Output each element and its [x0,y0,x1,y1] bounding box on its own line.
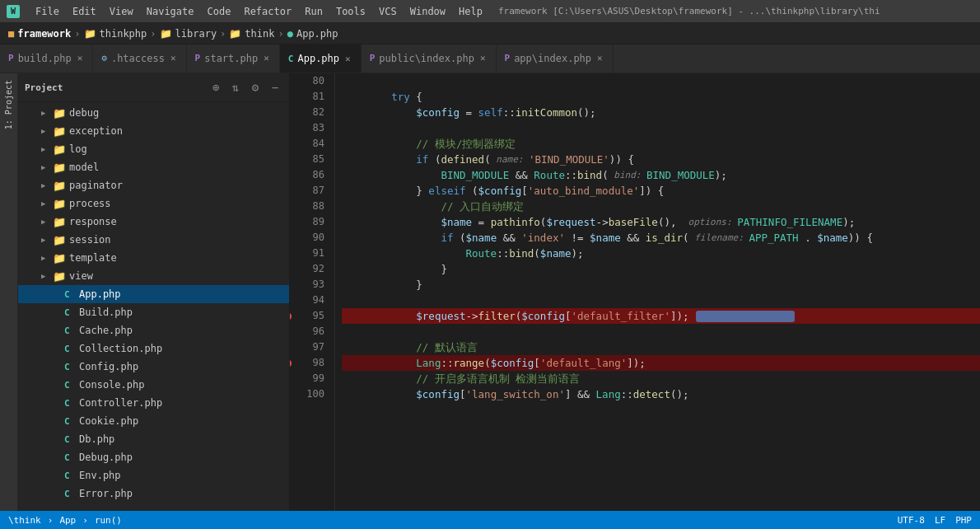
tab-app[interactable]: C App.php ✕ [280,44,362,73]
tree-item-cachephp[interactable]: C Cache.php [18,321,289,339]
code-line-94 [342,293,980,308]
tree-item-envphp[interactable]: C Env.php [18,466,289,485]
sidebar-collapse-icon[interactable]: ⇅ [228,80,243,95]
crumb-thinkphp[interactable]: 📁 thinkphp [84,28,147,40]
tree-item-dbphp[interactable]: C Db.php [18,430,289,448]
tab-close-start[interactable]: ✕ [262,52,271,64]
code-line-89: $name = pathinfo($request->baseFile(), o… [342,214,980,230]
tree-item-debugphp[interactable]: C Debug.php [18,448,289,466]
linenum-80: 80 [290,73,324,89]
code-line-87: } elseif ($config['auto_bind_module']) { [342,183,980,199]
linenum-91: 91 [290,246,324,261]
tree-item-cookiephp[interactable]: C Cookie.php [18,412,289,430]
tab-build[interactable]: P build.php ✕ [0,44,93,73]
tree-item-process[interactable]: ▶ 📁 process [18,194,289,213]
left-panel-strip: 1: Project [0,73,18,511]
code-line-96 [342,324,980,339]
code-line-91: Route::bind($name); [342,246,980,261]
code-line-99: // 开启多语言机制 检测当前语言 [342,371,980,386]
linenum-88: 88 [290,199,324,214]
linenum-89: 89 [290,214,324,230]
code-editor[interactable]: 80 81 82 83 84 85 ⬇ 86 87 ◀ 88 89 90 ◀ 9… [290,73,980,511]
tree-item-paginator[interactable]: ▶ 📁 paginator [18,176,289,194]
statusbar-run: run() [95,515,122,526]
code-line-82: $config = self::initCommon(); [342,105,980,120]
tree-item-errorphp[interactable]: C Error.php [18,485,289,503]
tree-item-buildphp[interactable]: C Build.php [18,303,289,321]
tab-close-app[interactable]: ✕ [343,53,352,65]
menu-navigate[interactable]: Navigate [141,4,200,19]
code-line-95: $request->filter($config['default_filter… [342,308,980,324]
statusbar-path: \think › App › run() [8,515,122,526]
menu-view[interactable]: View [104,4,139,19]
linenum-85: 85 ⬇ [290,152,324,167]
sidebar-add-icon[interactable]: ⊕ [208,80,223,95]
tab-htaccess[interactable]: ⚙ .htaccess ✕ [93,44,186,73]
menu-help[interactable]: Help [453,4,488,19]
breadcrumb: ■ framework › 📁 thinkphp › 📁 library › 📁… [0,23,980,44]
crumb-library[interactable]: 📁 library [160,28,217,40]
tab-publicindex[interactable]: P public\index.php ✕ [362,44,497,73]
menu-code[interactable]: Code [202,4,237,19]
tab-close-publicindex[interactable]: ✕ [478,52,488,64]
statusbar-think: \think [8,515,41,526]
menu-tools[interactable]: Tools [330,4,371,19]
menu-file[interactable]: File [30,4,65,19]
linenum-82: 82 [290,105,324,120]
tab-start[interactable]: P start.php ✕ [187,44,280,73]
tree-item-appphp[interactable]: C App.php [18,285,289,303]
code-line-100: $config['lang_switch_on'] && Lang::detec… [342,386,980,402]
crumb-think[interactable]: 📁 think [229,28,274,40]
tree-item-template[interactable]: ▶ 📁 template [18,249,289,267]
linenum-100: 100 [290,386,324,402]
code-line-85: if (defined( name: 'BIND_MODULE')) { [342,152,980,167]
linenum-97: 97 [290,339,324,355]
tab-appindex[interactable]: P app\index.php ✕ [497,44,614,73]
tree-item-exception[interactable]: ▶ 📁 exception [18,122,289,140]
statusbar-line-sep: LF [935,515,945,526]
code-line-93: } [342,277,980,293]
tab-close-appindex[interactable]: ✕ [595,52,604,64]
menu-window[interactable]: Window [404,4,451,19]
sidebar-settings-icon[interactable]: ⚙ [248,80,263,95]
statusbar-encoding: UTF-8 [898,515,925,526]
menu-run[interactable]: Run [299,4,329,19]
sidebar-title: Project [25,82,203,93]
tabs-bar: P build.php ✕ ⚙ .htaccess ✕ P start.php … [0,44,980,73]
linenum-99: 99 [290,371,324,386]
menu-bar[interactable]: File Edit View Navigate Code Refactor Ru… [30,4,488,19]
tree-item-collectionphp[interactable]: C Collection.php [18,339,289,358]
code-line-90: if ($name && 'index' != $name && is_dir(… [342,230,980,246]
menu-vcs[interactable]: VCS [373,4,403,19]
crumb-framework[interactable]: ■ framework [8,28,71,40]
linenum-84: 84 [290,136,324,152]
window-path: framework [C:\Users\ASUS\Desktop\framewo… [498,6,880,16]
statusbar-app: App [59,515,76,526]
linenum-95: 95 [290,308,324,324]
menu-edit[interactable]: Edit [67,4,102,19]
code-content[interactable]: try { $config = self::initCommon(); // 模… [335,73,980,511]
line-numbers: 80 81 82 83 84 85 ⬇ 86 87 ◀ 88 89 90 ◀ 9… [290,73,335,511]
tree-item-log[interactable]: ▶ 📁 log [18,140,289,158]
tree-item-view[interactable]: ▶ 📁 view [18,267,289,285]
linenum-90: 90 ◀ [290,230,324,246]
app-icon: W [7,5,20,18]
tree-item-debug[interactable]: ▶ 📁 debug [18,104,289,122]
code-line-88: // 入口自动绑定 [342,199,980,214]
code-line-83 [342,120,980,136]
tab-close-htaccess[interactable]: ✕ [169,52,178,64]
tab-close-build[interactable]: ✕ [76,52,85,64]
sidebar-close-icon[interactable]: − [268,80,282,95]
code-line-97: // 默认语言 [342,339,980,355]
titlebar: W File Edit View Navigate Code Refactor … [0,0,980,23]
tree-item-session[interactable]: ▶ 📁 session [18,231,289,249]
menu-refactor[interactable]: Refactor [238,4,297,19]
crumb-appphp[interactable]: ● App.php [287,28,338,40]
linenum-86: 86 [290,167,324,183]
tree-item-model[interactable]: ▶ 📁 model [18,158,289,176]
tree-item-consolephp[interactable]: C Console.php [18,376,289,394]
tree-item-controllerphp[interactable]: C Controller.php [18,394,289,412]
tree-item-configphp[interactable]: C Config.php [18,358,289,376]
linenum-81: 81 [290,89,324,105]
tree-item-response[interactable]: ▶ 📁 response [18,213,289,231]
